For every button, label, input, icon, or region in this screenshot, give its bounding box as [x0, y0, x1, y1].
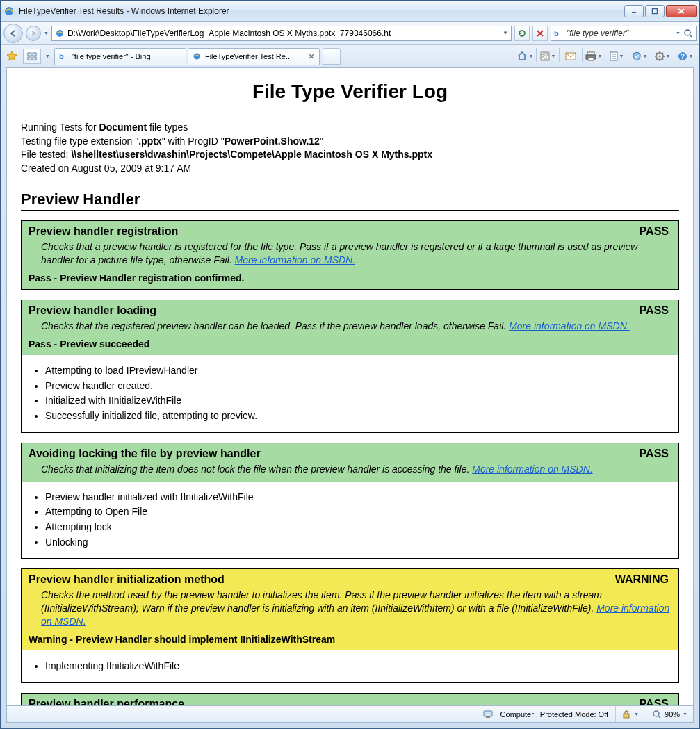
tab-verifier-results[interactable]: FileTypeVerifier Test Re... [188, 48, 320, 65]
svg-point-20 [542, 57, 544, 59]
search-box[interactable]: b ▼ [551, 26, 697, 41]
maximize-button[interactable] [645, 5, 665, 17]
test-detail-item: Preview handler initialized with IInitia… [45, 490, 671, 505]
page-content[interactable]: File Type Verifier Log Running Tests for… [7, 68, 693, 705]
command-bar: ▼ ▼ ▼ ▼ ▼ ▼ ?▼ [515, 48, 695, 65]
security-zone-text: Computer | Protected Mode: Off [500, 710, 609, 719]
msdn-link[interactable]: More information on MSDN. [509, 320, 630, 331]
protected-mode-segment[interactable]: ▼ [615, 706, 639, 722]
test-header: Avoiding locking the file by preview han… [22, 443, 678, 482]
test-box: Preview handler loadingPASSChecks that t… [21, 300, 679, 433]
test-status: PASS [640, 225, 669, 238]
meta-bold: \\shelltest\users\dwashin\Projects\Compe… [71, 149, 432, 160]
separator [582, 48, 583, 62]
test-details: Preview handler initialized with IInitia… [22, 482, 678, 559]
zoom-level: 90% [665, 710, 680, 719]
svg-point-44 [653, 711, 659, 716]
safety-button[interactable]: ▼ [630, 48, 649, 65]
search-input[interactable] [565, 28, 673, 39]
test-detail-item: Attempting lock [45, 520, 671, 535]
test-box: Preview handler registrationPASSChecks t… [21, 220, 679, 290]
bing-icon: b [554, 29, 562, 38]
meta-text: File tested: [21, 149, 71, 160]
svg-rect-13 [28, 57, 31, 60]
test-header: Preview handler performancePASS [22, 694, 678, 705]
test-box: Avoiding locking the file by preview han… [21, 443, 679, 559]
forward-button[interactable] [26, 26, 41, 41]
refresh-button[interactable] [514, 26, 530, 41]
separator [559, 48, 560, 62]
svg-line-35 [656, 53, 658, 54]
test-name: Avoiding locking the file by preview han… [29, 448, 671, 460]
new-tab-button[interactable] [323, 48, 341, 65]
page-button[interactable]: ▼ [607, 48, 626, 65]
test-detail-item: Attempting to Open File [45, 505, 671, 520]
svg-line-10 [690, 35, 692, 37]
svg-line-45 [658, 716, 660, 718]
quick-tabs-button[interactable] [23, 49, 41, 64]
test-status: PASS [640, 304, 669, 317]
svg-text:b: b [59, 52, 64, 60]
feeds-button[interactable]: ▼ [538, 48, 557, 65]
print-button[interactable]: ▼ [584, 48, 603, 65]
close-button[interactable] [666, 5, 697, 17]
favorites-star-icon[interactable] [5, 49, 19, 63]
internet-zone-icon [482, 710, 494, 719]
navigation-bar: ▼ D:\Work\Desktop\FileTypeVerifierLog_Ap… [1, 22, 699, 45]
test-result: Pass - Preview succeeded [29, 338, 671, 350]
meta-text: Testing file type extension " [21, 136, 138, 147]
meta-text: file types [147, 122, 188, 133]
test-status: PASS [640, 698, 669, 705]
meta-bold: PowerPoint.Show.12 [225, 136, 320, 147]
msdn-link[interactable]: More information on MSDN. [235, 254, 356, 265]
test-result: Warning - Preview Handler should impleme… [29, 634, 671, 645]
svg-point-9 [685, 30, 690, 35]
test-description: Checks that a preview handler is registe… [41, 240, 671, 267]
stop-button[interactable] [532, 26, 548, 41]
svg-rect-12 [33, 53, 36, 56]
tab-list-dropdown-icon[interactable]: ▼ [45, 54, 50, 58]
svg-point-30 [658, 55, 660, 57]
separator [628, 48, 628, 62]
address-dropdown-icon[interactable]: ▼ [503, 30, 508, 36]
svg-text:b: b [554, 29, 559, 38]
test-header: Preview handler loadingPASSChecks that t… [22, 300, 678, 355]
tab-bar: ▼ b "file type verifier" - Bing FileType… [1, 45, 699, 67]
zoom-control[interactable]: 90% ▼ [646, 706, 687, 722]
ie-window: FileTypeVerifier Test Results - Windows … [0, 0, 700, 729]
help-button[interactable]: ?▼ [676, 48, 695, 65]
meta-text: Created on August 05, 2009 at 9:17 AM [21, 162, 679, 176]
separator [674, 48, 674, 62]
test-detail-item: Preview handler created. [45, 379, 671, 394]
test-name: Preview handler initialization method [29, 573, 671, 586]
test-header: Preview handler initialization methodWAR… [22, 569, 678, 650]
tab-close-icon[interactable] [308, 53, 315, 60]
svg-rect-43 [624, 714, 629, 718]
tools-button[interactable]: ▼ [653, 48, 672, 65]
test-status: PASS [640, 448, 669, 460]
test-box: Preview handler performancePASS [21, 693, 679, 705]
dropdown-icon: ▼ [634, 712, 639, 716]
read-mail-button[interactable] [561, 48, 580, 65]
ie-page-icon [193, 52, 201, 60]
test-box: Preview handler initialization methodWAR… [21, 568, 679, 682]
separator [536, 48, 537, 62]
svg-line-38 [656, 58, 658, 60]
minimize-button[interactable] [624, 5, 644, 17]
test-details: Implementing IInitializeWithFile [22, 650, 678, 682]
msdn-link[interactable]: More information on MSDN. [472, 464, 593, 475]
back-button[interactable] [3, 24, 23, 43]
meta-bold: Document [99, 122, 147, 133]
search-go-icon[interactable] [683, 28, 693, 38]
svg-text:?: ? [680, 53, 684, 60]
svg-rect-41 [484, 711, 492, 716]
search-dropdown-icon[interactable]: ▼ [676, 31, 681, 35]
address-bar[interactable]: D:\Work\Desktop\FileTypeVerifierLog_Appl… [51, 26, 512, 41]
tab-bing-search[interactable]: b "file type verifier" - Bing [54, 48, 186, 65]
home-button[interactable]: ▼ [515, 48, 535, 65]
test-detail-item: Attempting to load IPreviewHandler [45, 363, 671, 379]
svg-rect-22 [587, 52, 594, 55]
nav-dropdown-icon[interactable]: ▼ [44, 31, 49, 35]
msdn-link[interactable]: More information on MSDN. [41, 603, 669, 627]
svg-rect-24 [588, 58, 594, 60]
